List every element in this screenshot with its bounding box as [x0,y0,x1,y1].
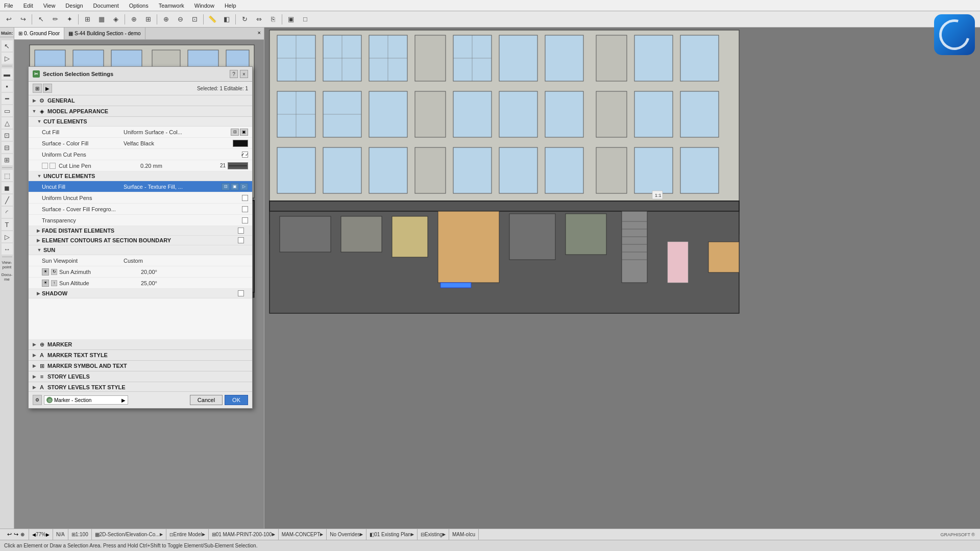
tool-beam[interactable]: ━ [2,93,13,104]
menu-options[interactable]: Options [127,2,151,10]
section-general-header[interactable]: ▶ ⚙ GENERAL [29,95,252,106]
status-camera-btn[interactable]: ⊕ [19,532,26,537]
arrow-btn[interactable]: ↖ [34,13,47,26]
uncut-fill-btn2[interactable]: ▣ [231,183,239,190]
tool-segment[interactable]: MAM-olcu [449,529,479,540]
cut-fill-btn2[interactable]: ▣ [240,129,248,136]
bookmark-arrow-btn[interactable]: ▶ [43,84,52,93]
menu-document[interactable]: Document [91,2,121,10]
tool-stair[interactable]: ⊞ [2,154,13,165]
menu-design[interactable]: Design [63,2,85,10]
uniform-cut-pens-checkbox[interactable]: ✓ [242,152,248,158]
tool-label[interactable]: ▷ [2,231,13,242]
subsection-sun-header[interactable]: ▼ SUN [29,245,252,255]
dialog-close-btn[interactable]: × [240,70,248,78]
dialog-content[interactable]: ▶ ⚙ GENERAL ▼ ◈ MODEL APPEARANCE ▼ CUT E… [29,95,252,391]
tool-line[interactable]: ╱ [2,194,13,206]
menu-window[interactable]: Window [192,2,216,10]
zoom-back-btn[interactable]: ◀ [32,532,36,537]
redo-btn[interactable]: ↪ [16,13,30,26]
section-marker-symbol-header[interactable]: ▶ ⊞ MARKER SYMBOL AND TEXT [29,361,252,371]
shadow-checkbox[interactable] [238,290,244,296]
tool-text[interactable]: T [2,219,13,230]
menu-help[interactable]: Help [223,2,238,10]
cut-line-pen-icon[interactable] [50,163,56,169]
close-tab-btn[interactable]: × [255,28,264,39]
rotate-btn[interactable]: ↻ [238,13,251,26]
cancel-button[interactable]: Cancel [190,395,223,405]
zoom-in-btn[interactable]: ⊕ [159,13,173,26]
zoom-forward-btn[interactable]: ▶ [46,532,50,537]
surface-cover-fill-checkbox[interactable] [242,206,248,212]
uncut-fill-btn1[interactable]: ⊡ [222,183,230,190]
dialog-help-btn[interactable]: ? [230,70,238,78]
deselect-btn[interactable]: □ [299,13,312,26]
tool-roof[interactable]: △ [2,117,13,129]
magic-btn[interactable]: ✦ [63,13,76,26]
tool-arc[interactable]: ◜ [2,207,13,218]
fade-distant-checkbox[interactable] [238,228,244,234]
dialog-title-bar[interactable]: ✂ Section Selection Settings ? × [29,67,252,82]
subsection-fade-distant[interactable]: ▶ FADE DISTANT ELEMENTS [29,226,252,236]
layer-btn[interactable]: ◧ [220,13,233,26]
floor-plan-btn[interactable]: ⊞ [81,13,94,26]
select-all-btn[interactable]: ▣ [284,13,298,26]
plan-segment[interactable]: ◧ 01 Existing Plan ▶ [366,529,418,540]
tool-fill[interactable]: ◼ [2,182,13,193]
pen-preview[interactable] [228,162,248,169]
section-story-levels-header[interactable]: ▶ ≡ STORY LEVELS [29,371,252,382]
main-canvas[interactable]: 1:1 [264,28,980,529]
status-undo-btn[interactable]: ↩ [6,531,13,538]
zoom-out-btn[interactable]: ⊖ [174,13,187,26]
bookmark-btn[interactable]: ⊞ [33,84,42,93]
ok-button[interactable]: OK [225,395,248,405]
tool-zone[interactable]: ⬚ [2,170,13,181]
tool-arrow[interactable]: ↖ [2,40,13,52]
menu-view[interactable]: View [41,2,58,10]
preset-selector[interactable]: ◎ Marker - Section ▶ [44,395,128,405]
pencil-btn[interactable]: ✏ [48,13,62,26]
tool-dim[interactable]: ↔ [2,243,13,255]
tool-window[interactable]: ⊟ [2,142,13,153]
subsection-cut-elements-header[interactable]: ▼ CUT ELEMENTS [29,117,252,127]
print-set-segment[interactable]: ⊞ 01 MAM-PRINT-200-100 ▶ [209,529,279,540]
menu-teamwork[interactable]: Teamwork [157,2,186,10]
tool-select[interactable]: ▷ [2,53,13,64]
section-model-appearance-header[interactable]: ▼ ◈ MODEL APPEARANCE [29,106,252,117]
uncut-fill-btn3[interactable]: ▷ [240,183,248,190]
subsection-shadow[interactable]: ▶ SHADOW [29,289,252,298]
overrides-segment[interactable]: No Overrides ▶ [327,529,366,540]
view-type-segment[interactable]: ▦ 2D-Section/Elevation-Co... ▶ [92,529,166,540]
cut-fill-btn1[interactable]: ⊡ [231,129,239,136]
element-contours-checkbox[interactable] [238,237,244,243]
tab-ground-floor[interactable]: ⊞ 0. Ground Floor [14,28,64,39]
snap-btn[interactable]: ⊕ [127,13,140,26]
color-box-black[interactable] [233,140,248,147]
tool-column[interactable]: ▪ [2,81,13,92]
section-marker-text-style-header[interactable]: ▶ A MARKER TEXT STYLE [29,350,252,361]
tool-door[interactable]: ⊡ [2,130,13,141]
tool-wall[interactable]: ▬ [2,68,13,80]
preset-settings-btn[interactable]: ⚙ [33,395,42,405]
tab-section[interactable]: ▦ S-44 Building Section - demo [64,28,145,39]
mirror-btn[interactable]: ⇔ [252,13,265,26]
section-story-levels-text-header[interactable]: ▶ A STORY LEVELS TEXT STYLE [29,382,252,391]
grid-btn[interactable]: ⊞ [141,13,155,26]
cut-line-pen-checkbox[interactable] [42,163,48,169]
fit-btn[interactable]: ⊡ [188,13,201,26]
uniform-uncut-pens-checkbox[interactable] [242,195,248,201]
model-scope-segment[interactable]: ⊡ Entire Model ▶ [166,529,209,540]
section-marker-header[interactable]: ▶ ⊕ MARKER [29,339,252,350]
copy-btn[interactable]: ⎘ [266,13,280,26]
subsection-uncut-elements-header[interactable]: ▼ UNCUT ELEMENTS [29,171,252,181]
menu-file[interactable]: File [2,2,15,10]
project-segment[interactable]: MAM-CONCEPT ▶ [279,529,327,540]
measure-btn[interactable]: 📏 [206,13,219,26]
status-redo-btn[interactable]: ↪ [13,531,19,538]
subsection-element-contours[interactable]: ▶ ELEMENT CONTOURS AT SECTION BOUNDARY [29,236,252,245]
menu-edit[interactable]: Edit [21,2,35,10]
section-btn[interactable]: ▦ [95,13,108,26]
tool-slab[interactable]: ▭ [2,105,13,116]
undo-btn[interactable]: ↩ [2,13,15,26]
existing-segment[interactable]: ⊟ Existing ▶ [418,529,449,540]
